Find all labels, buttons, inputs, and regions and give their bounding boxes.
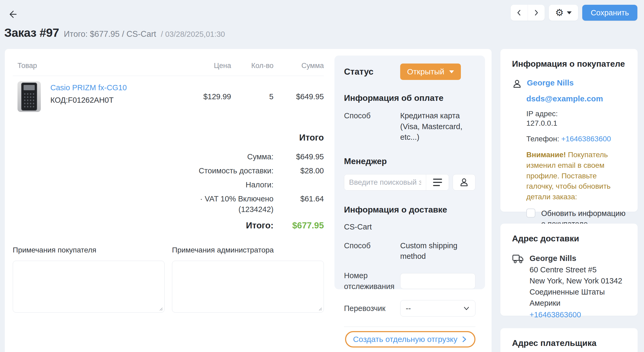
customer-name-link[interactable]: George Nills — [527, 78, 574, 87]
shipping-address-card: Адрес доставки George Nills 60 Centre St… — [500, 224, 638, 316]
column-sum: Сумма — [274, 62, 324, 70]
table-row: Casio PRIZM fx-CG10 КОД:F01262AH0T $129.… — [13, 76, 324, 119]
manager-search-input[interactable] — [344, 174, 426, 190]
chevron-down-icon — [463, 305, 470, 312]
customer-ip: IP адрес: 127.0.0.1 — [526, 109, 626, 128]
order-totals: Итого Сумма: $649.95 Стоимость доставки:… — [175, 133, 324, 231]
caret-down-icon — [449, 70, 454, 73]
admin-notes-block: Примечания администратора — [172, 246, 324, 313]
shipping-name: George Nills — [530, 252, 626, 264]
column-price: Цена — [186, 62, 231, 70]
manager-list-button[interactable] — [426, 174, 449, 190]
column-qty: Кол-во — [231, 62, 274, 70]
gear-icon: ⚙︎ — [555, 8, 564, 17]
billing-address-card: Адрес плательщика — [500, 328, 638, 352]
order-nav-group — [511, 5, 545, 21]
caret-down-icon — [567, 11, 572, 14]
customer-phone-link[interactable]: +16463863600 — [561, 135, 611, 143]
shipping-city: New York, New York 01342 — [530, 275, 626, 286]
create-shipment-highlight[interactable]: Создать отдельную отгрузку — [345, 331, 475, 348]
previous-order-button[interactable] — [511, 5, 528, 21]
product-thumbnail — [17, 81, 41, 112]
carrier-row: Перевозчик -- — [344, 300, 475, 317]
customer-notes-label: Примечания покупателя — [13, 246, 165, 254]
truck-icon — [512, 254, 524, 264]
order-card: Товар Цена Кол-во Сумма Casio PRIZM f — [5, 49, 492, 352]
back-button[interactable] — [7, 9, 18, 20]
manager-search-group — [344, 174, 449, 191]
totals-subtotal: Сумма: $649.95 — [175, 152, 324, 162]
shipping-country: Соединенные Штаты Америки — [530, 286, 626, 309]
totals-header: Итого — [175, 133, 324, 143]
create-shipment-link[interactable]: Создать отдельную отгрузку — [353, 335, 457, 344]
shipping-group-name: CS-Cart — [344, 223, 475, 231]
customer-info-header: Информация о покупателе — [512, 59, 626, 69]
payment-method-row: Способ Кредитная карта (Visa, Mastercard… — [344, 110, 475, 143]
page-title: Заказ #97 — [4, 26, 59, 40]
product-price: $129.99 — [186, 92, 231, 101]
list-icon — [433, 179, 442, 180]
products-table-header: Товар Цена Кол-во Сумма — [13, 57, 324, 76]
totals-taxes: Налоги: — [175, 180, 324, 190]
payment-info-header: Информация об оплате — [344, 93, 475, 103]
status-dropdown-button[interactable]: Открытый — [400, 64, 461, 80]
chevron-left-icon — [516, 9, 523, 16]
page-header: Заказ #97 Итого: $677.95 / CS-Cart / 03/… — [4, 26, 225, 40]
column-product: Товар — [17, 62, 186, 70]
tracking-number-input[interactable] — [400, 273, 475, 289]
shipping-method-row: Способ Custom shipping method — [344, 240, 475, 262]
tracking-number-row: Номер отслеживания — [344, 270, 475, 292]
admin-notes-textarea[interactable] — [172, 261, 324, 313]
customer-phone: Телефон: +16463863600 — [526, 134, 626, 144]
manager-header: Менеджер — [344, 156, 475, 166]
customer-notes-textarea[interactable] — [13, 261, 165, 313]
page-subtitle: Итого: $677.95 / CS-Cart — [64, 29, 156, 39]
shipping-address-header: Адрес доставки — [512, 234, 626, 243]
shipping-street: 60 Centre Street #5 — [530, 264, 626, 275]
product-name-link[interactable]: Casio PRIZM fx-CG10 — [50, 83, 127, 92]
order-status-panel: Статус Открытый Информация об оплате Спо… — [334, 56, 485, 289]
email-change-warning: Внимание! Покупатель изменил email в сво… — [526, 150, 626, 202]
product-code: КОД:F01262AH0T — [50, 96, 127, 105]
person-icon — [459, 177, 469, 187]
admin-notes-label: Примечания администратора — [172, 246, 324, 254]
shipping-info-header: Информация о доставке — [344, 205, 475, 215]
topbar-actions: ⚙︎ Сохранить — [511, 5, 637, 21]
product-qty: 5 — [231, 92, 274, 101]
page-subtitle-date: / 03/28/2025,01:30 — [161, 30, 225, 39]
chevron-right-icon — [461, 336, 467, 343]
status-label: Статус — [344, 67, 400, 77]
totals-vat: · VAT 10% Включено (1234242) $61.64 — [175, 194, 324, 214]
customer-notes-block: Примечания покупателя — [13, 246, 165, 313]
arrow-left-icon — [7, 9, 18, 20]
billing-address-header: Адрес плательщика — [512, 338, 626, 348]
grand-total-value: $677.95 — [274, 220, 324, 231]
customer-info-card: Информация о покупателе George Nills dsd… — [500, 49, 638, 212]
update-customer-info-checkbox[interactable] — [526, 209, 535, 218]
totals-shipping: Стоимость доставки: $28.00 — [175, 166, 324, 176]
chevron-right-icon — [533, 9, 540, 16]
shipping-phone-link[interactable]: +16463863600 — [530, 309, 581, 320]
person-icon — [512, 79, 522, 89]
panel-divider — [344, 327, 475, 327]
next-order-button[interactable] — [528, 5, 545, 21]
product-sum: $649.95 — [274, 92, 324, 101]
customer-email-link[interactable]: dsds@example.com — [526, 94, 603, 103]
totals-grand: Итого: $677.95 — [175, 220, 324, 231]
settings-dropdown-button[interactable]: ⚙︎ — [549, 5, 578, 21]
assign-manager-button[interactable] — [453, 174, 475, 191]
carrier-select[interactable]: -- — [400, 300, 475, 317]
save-button[interactable]: Сохранить — [582, 5, 637, 21]
